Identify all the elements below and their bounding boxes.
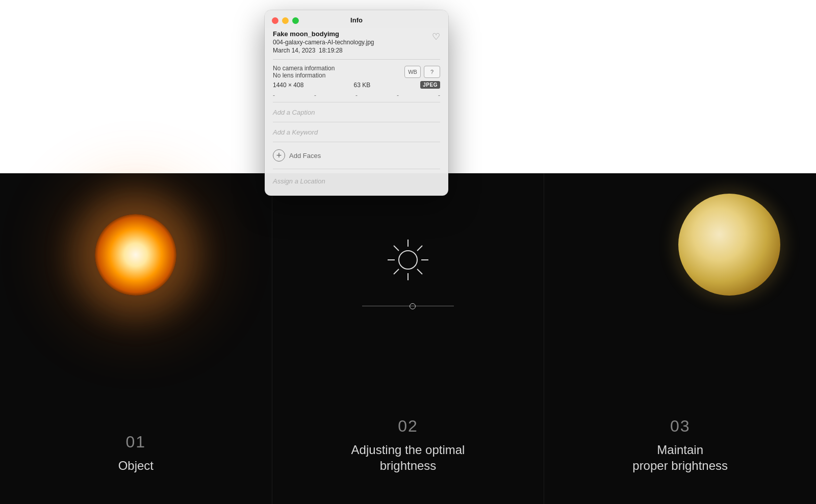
wb-icon: WB (408, 69, 417, 75)
close-button[interactable] (272, 17, 278, 24)
caption-row[interactable]: Add a Caption (273, 102, 440, 122)
heart-icon[interactable]: ♡ (432, 31, 440, 42)
lens-info-text: No lens information (273, 72, 335, 79)
file-date: March 14, 2023 18:19:28 (273, 47, 432, 54)
question-icon-box[interactable]: ? (424, 66, 440, 78)
add-faces-label[interactable]: Add Faces (289, 152, 321, 160)
moon-right-ball (678, 194, 780, 296)
file-size: 63 KB (354, 82, 371, 89)
add-faces-circle-button[interactable]: + (273, 149, 285, 162)
dash-4: - (397, 92, 399, 99)
slider-track (362, 306, 454, 306)
add-keyword-placeholder[interactable]: Add a Keyword (273, 128, 318, 136)
moon-panels-background: 01 Object 02 Adjusting (0, 173, 816, 504)
image-dimensions: 1440 × 408 (273, 82, 303, 89)
brightness-slider[interactable] (362, 306, 454, 306)
window-title: Info (350, 16, 363, 24)
add-caption-placeholder[interactable]: Add a Caption (273, 109, 315, 116)
minimize-button[interactable] (282, 17, 289, 24)
window-titlebar: Info (265, 10, 448, 28)
panel-brightness: 02 Adjusting the optimalbrightness (272, 173, 544, 504)
info-window: Info Fake moon_bodyimg 004-galaxy-camera… (265, 10, 448, 196)
panel-2-label: Adjusting the optimalbrightness (351, 442, 465, 473)
file-details: Fake moon_bodyimg 004-galaxy-camera-AI-t… (273, 30, 432, 54)
file-name: 004-galaxy-camera-AI-technology.jpg (273, 39, 432, 46)
format-badge: JPEG (420, 81, 440, 89)
camera-info-row: No camera information No lens informatio… (273, 65, 440, 79)
panel-object: 01 Object (0, 173, 272, 504)
question-icon: ? (430, 69, 434, 75)
panel-3-label: Maintainproper brightness (632, 442, 728, 473)
panel-1-number: 01 (126, 433, 146, 452)
tech-row: 1440 × 408 63 KB JPEG (273, 81, 440, 89)
maximize-button[interactable] (292, 17, 299, 24)
window-content: Fake moon_bodyimg 004-galaxy-camera-AI-t… (265, 28, 448, 196)
dash-1: - (273, 92, 275, 99)
moon-right (673, 189, 785, 301)
slider-thumb[interactable] (410, 303, 416, 309)
panel-2-number: 02 (398, 417, 418, 436)
svg-line-8 (394, 269, 399, 274)
camera-icons-group: WB ? (404, 66, 440, 78)
svg-line-5 (394, 246, 399, 251)
file-info-row: Fake moon_bodyimg 004-galaxy-camera-AI-t… (273, 30, 440, 54)
dash-5: - (438, 92, 440, 99)
panel-3-number: 03 (670, 417, 691, 436)
assign-location-row[interactable]: Assign a Location (273, 169, 440, 188)
camera-info-text: No camera information (273, 65, 335, 72)
window-controls (272, 17, 299, 24)
moon-object-glow (85, 204, 187, 306)
keyword-row[interactable]: Add a Keyword (273, 122, 440, 142)
dash-2: - (314, 92, 316, 99)
svg-line-7 (417, 246, 422, 251)
album-name: Fake moon_bodyimg (273, 30, 432, 38)
add-faces-row[interactable]: + Add Faces (273, 142, 440, 169)
svg-point-0 (399, 251, 417, 269)
assign-location-label[interactable]: Assign a Location (273, 177, 325, 185)
dash-3: - (355, 92, 358, 99)
panel-1-label: Object (118, 458, 154, 473)
dashes-row: - - - - - (273, 92, 440, 102)
panel-maintain-brightness: 03 Maintainproper brightness (544, 173, 816, 504)
wb-icon-box[interactable]: WB (404, 66, 421, 78)
svg-line-6 (417, 269, 422, 274)
divider-1 (273, 59, 440, 60)
sun-brightness-icon (382, 234, 434, 287)
